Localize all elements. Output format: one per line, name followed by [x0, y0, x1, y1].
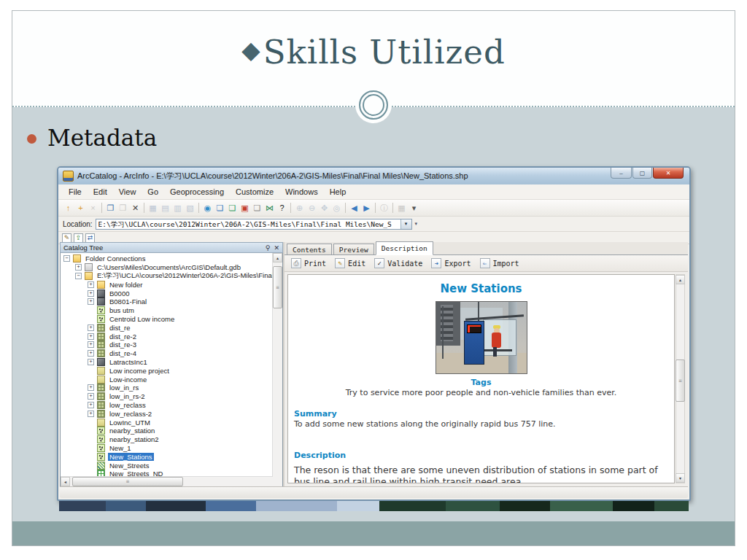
scroll-left-icon[interactable]: ◂: [61, 477, 70, 486]
toolbar-icon[interactable]: ▦: [147, 202, 159, 214]
pin-icon[interactable]: ⚲: [266, 244, 271, 252]
toolbar-icon[interactable]: ▣: [239, 202, 251, 214]
tree-expander-icon[interactable]: [88, 411, 94, 417]
tree-item[interactable]: dist_re: [61, 323, 273, 332]
menu-item[interactable]: Geoprocessing: [164, 186, 230, 198]
metadata-toolbar-icon[interactable]: ✎: [62, 233, 71, 243]
document-scrollbar[interactable]: ▴ ≡ ▾: [676, 274, 685, 483]
menu-item[interactable]: Windows: [279, 186, 324, 198]
scrollbar-thumb[interactable]: ≡: [72, 477, 183, 486]
toolbar-icon[interactable]: ✥: [318, 202, 330, 214]
toolbar-icon[interactable]: ↑: [62, 202, 74, 214]
tree-item[interactable]: dist_re-2: [61, 332, 273, 341]
menu-item[interactable]: Customize: [230, 186, 279, 198]
description-toolbar-button[interactable]: ✓ Validate: [374, 258, 422, 268]
scrollbar-thumb[interactable]: ≡: [676, 359, 685, 402]
toolbar-icon[interactable]: ✕: [129, 202, 142, 214]
tree-vertical-scrollbar[interactable]: ▴ ≡: [272, 253, 282, 477]
tree-expander-icon[interactable]: [75, 273, 82, 279]
toolbar-icon[interactable]: ◉: [201, 202, 214, 214]
tree-item[interactable]: Low-income: [61, 375, 273, 384]
location-dropdown-icon[interactable]: ▾: [400, 219, 411, 229]
metadata-toolbar-icon[interactable]: ⇪: [74, 233, 83, 243]
tree-item[interactable]: New folder: [61, 280, 273, 289]
tree-item[interactable]: low_reclass-2: [61, 409, 273, 418]
tree-item[interactable]: Folder Connections: [61, 254, 273, 263]
location-value[interactable]: E:\学习\UCLA\course\2012Winter\206A-2\GIS-…: [96, 219, 400, 229]
window-button[interactable]: ✕: [653, 168, 684, 179]
scroll-up-icon[interactable]: ▴: [676, 275, 685, 284]
tree-item[interactable]: New_Streets: [61, 461, 273, 470]
toolbar-icon[interactable]: ⊖: [306, 202, 318, 214]
tree-expander-icon[interactable]: [88, 333, 94, 340]
tree-expander-icon[interactable]: [75, 264, 82, 271]
toolbar-icon[interactable]: ❒: [117, 202, 129, 214]
tree-item[interactable]: low_in_rs: [61, 384, 273, 392]
description-toolbar-button[interactable]: ⎙ Print: [291, 258, 326, 268]
toolbar-icon[interactable]: [390, 202, 395, 214]
toolbar-icon[interactable]: +: [74, 202, 87, 214]
tree-expander-icon[interactable]: [63, 255, 70, 262]
toolbar-icon[interactable]: ◎: [330, 202, 343, 214]
toolbar-icon[interactable]: ?: [276, 202, 288, 214]
toolbar-icon[interactable]: [373, 202, 378, 214]
tree-expander-icon[interactable]: [88, 290, 94, 297]
tree-expander-icon[interactable]: [88, 350, 94, 357]
tree-item[interactable]: dist_re-3: [61, 341, 273, 349]
tree-expander-icon[interactable]: [88, 384, 94, 391]
tab[interactable]: Description: [376, 241, 433, 255]
scroll-up-icon[interactable]: ▴: [273, 253, 282, 262]
tree-item[interactable]: C:\Users\Miles\Documents\ArcGIS\Default.…: [61, 263, 273, 272]
tree-item[interactable]: B0801-Final: [61, 298, 273, 306]
tree-item[interactable]: nearby_station2: [61, 435, 273, 444]
toolbar-icon[interactable]: ▦: [395, 202, 408, 214]
tree-expander-icon[interactable]: [88, 402, 94, 408]
toolbar-icon[interactable]: ▾: [408, 202, 420, 214]
menu-item[interactable]: Edit: [88, 186, 113, 198]
metadata-toolbar-icon[interactable]: ⇄: [85, 233, 95, 243]
tree-item[interactable]: nearby_station: [61, 427, 273, 435]
toolbar-icon[interactable]: ❏: [251, 202, 263, 214]
menu-item[interactable]: View: [113, 186, 142, 198]
toolbar-icon[interactable]: [142, 202, 147, 214]
tree-item[interactable]: low_reclass: [61, 401, 273, 410]
window-button[interactable]: ▢: [632, 168, 652, 179]
tab[interactable]: Preview: [333, 244, 374, 254]
tree-expander-icon[interactable]: [88, 341, 94, 348]
close-panel-icon[interactable]: ✕: [274, 244, 279, 252]
toolbar-icon[interactable]: [196, 202, 201, 214]
tree-item[interactable]: bus utm: [61, 306, 273, 315]
toolbar-icon[interactable]: ❏: [226, 202, 239, 214]
location-combobox[interactable]: E:\学习\UCLA\course\2012Winter\206A-2\GIS-…: [96, 219, 412, 230]
tree-item[interactable]: Centroid Low income: [61, 315, 273, 324]
tree-item[interactable]: New_Stations: [61, 452, 273, 461]
tree-expander-icon[interactable]: [88, 281, 94, 288]
tree-expander-icon[interactable]: [88, 359, 94, 365]
toolbar-icon[interactable]: ⋈: [263, 202, 276, 214]
description-toolbar-button[interactable]: ✎ Edit: [335, 258, 365, 268]
tree-item[interactable]: B0000: [61, 289, 273, 298]
toolbar-icon[interactable]: ▥: [171, 202, 184, 214]
tree-item[interactable]: Low income project: [61, 366, 273, 375]
tree-item[interactable]: E:\学习\UCLA\course\2012Winter\206A-2\GIS-…: [61, 272, 273, 281]
tree-expander-icon[interactable]: [88, 393, 94, 400]
tab[interactable]: Contents: [287, 244, 332, 254]
tree-horizontal-scrollbar[interactable]: ◂ ≡: [61, 476, 273, 486]
description-toolbar-button[interactable]: ⇐ Import: [480, 258, 519, 268]
toolbar-icon[interactable]: ❐: [104, 202, 117, 214]
menu-item[interactable]: File: [63, 186, 88, 198]
scroll-down-icon[interactable]: ▾: [676, 473, 685, 483]
toolbar-icon[interactable]: ▶: [360, 202, 373, 214]
toolbar-icon[interactable]: ◀: [348, 202, 360, 214]
menu-item[interactable]: Help: [324, 186, 352, 198]
window-button[interactable]: –: [611, 168, 632, 179]
toolbar-icon[interactable]: ▤: [159, 202, 171, 214]
menu-item[interactable]: Go: [142, 186, 164, 198]
tree-item[interactable]: New_1: [61, 444, 273, 453]
toolbar-icon[interactable]: ⊕: [293, 202, 306, 214]
tree-item[interactable]: LowInc_UTM: [61, 418, 273, 427]
toolbar-icon[interactable]: ❏: [214, 202, 226, 214]
tree-item[interactable]: low_in_rs-2: [61, 392, 273, 401]
toolbar-icon[interactable]: ⓘ: [378, 202, 390, 214]
toolbar-icon[interactable]: ▧: [184, 202, 196, 214]
